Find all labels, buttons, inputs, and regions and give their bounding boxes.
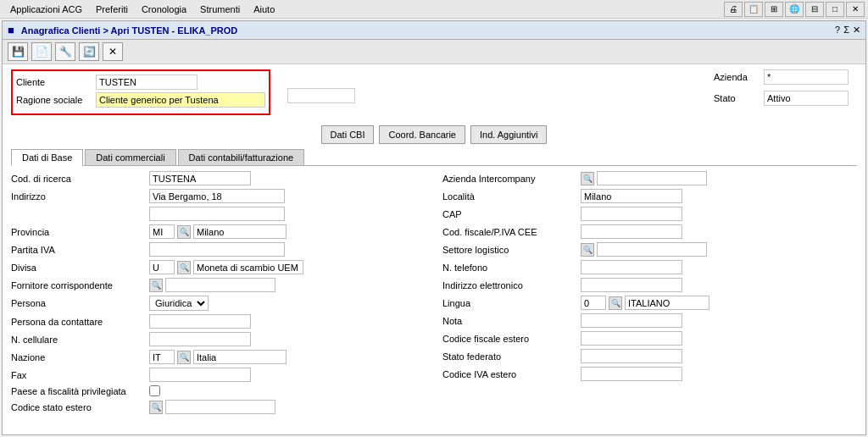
paese-fiscale-checkbox[interactable] (149, 385, 160, 396)
indirizzo-input[interactable] (149, 189, 285, 203)
codice-stato-label: Codice stato estero (11, 402, 147, 412)
content-area: Cliente Ragione sociale Azienda (3, 64, 865, 423)
menu-icon-3[interactable]: ⊞ (765, 2, 783, 17)
nazione-search-icon[interactable]: 🔍 (177, 351, 191, 364)
tabs-bar: Dati di Base Dati commerciali Dati conta… (11, 149, 857, 166)
telefono-label: N. telefono (442, 263, 578, 273)
divisa-row: Divisa 🔍 (11, 260, 426, 274)
divisa-name-input[interactable] (193, 260, 303, 274)
lingua-name-input[interactable] (625, 296, 709, 310)
stato-input[interactable] (764, 91, 849, 106)
fornitore-label: Fornitore corrispondente (11, 280, 147, 290)
menu-cronologia[interactable]: Cronologia (135, 3, 193, 16)
ragione-input[interactable] (96, 92, 265, 108)
close-window-icon[interactable]: ✕ (853, 25, 860, 36)
toolbar: 💾 📄 🔧 🔄 ✕ (3, 40, 865, 64)
cap-row: CAP (442, 207, 857, 221)
codice-stato-search-icon[interactable]: 🔍 (149, 401, 163, 414)
lingua-row: Lingua 🔍 (442, 296, 857, 310)
azienda-interco-search-icon[interactable]: 🔍 (581, 172, 594, 185)
telefono-input[interactable] (581, 260, 682, 274)
paese-fiscale-row: Paese a fiscalità privilegiata (11, 385, 426, 396)
cliente-input[interactable] (96, 75, 198, 90)
nazione-row: Nazione 🔍 (11, 350, 426, 364)
telefono-row: N. telefono (442, 260, 857, 274)
nota-label: Nota (442, 316, 578, 326)
cap-input[interactable] (581, 207, 682, 221)
copy-button[interactable]: 📄 (31, 42, 52, 61)
cellulare-input[interactable] (149, 332, 251, 346)
provincia-name-input[interactable] (193, 224, 287, 239)
indirizzo2-input[interactable] (149, 207, 285, 221)
codice-stato-input[interactable] (165, 400, 275, 414)
stato-federato-input[interactable] (581, 349, 682, 363)
menu-icon-5[interactable]: ⊟ (805, 2, 824, 17)
divisa-search-icon[interactable]: 🔍 (177, 261, 191, 274)
azienda-input[interactable] (764, 69, 849, 85)
help-icon[interactable]: ? (835, 25, 840, 36)
form-area: Cod. di ricerca Indirizzo Provincia 🔍 (11, 171, 857, 418)
lingua-code-input[interactable] (581, 296, 606, 310)
close-button[interactable]: ✕ (103, 42, 123, 61)
paese-fiscale-label: Paese a fiscalità privilegiata (11, 386, 147, 396)
divisa-code-input[interactable] (149, 260, 175, 274)
tools-button[interactable]: 🔧 (55, 42, 75, 61)
lingua-search-icon[interactable]: 🔍 (609, 296, 622, 310)
dati-cbi-button[interactable]: Dati CBI (321, 125, 375, 144)
menu-icon-4[interactable]: 🌐 (785, 2, 804, 17)
stato-federato-label: Stato federato (442, 351, 578, 362)
coord-bancarie-button[interactable]: Coord. Bancarie (379, 125, 465, 144)
settore-input[interactable] (597, 242, 707, 257)
codice-iva-estero-row: Codice IVA estero (442, 367, 857, 381)
fornitore-input[interactable] (165, 278, 275, 292)
cod-ricerca-label: Cod. di ricerca (11, 174, 147, 184)
cod-fiscale-estero-input[interactable] (581, 331, 682, 346)
fax-label: Fax (11, 370, 147, 380)
refresh-button[interactable]: 🔄 (79, 42, 99, 61)
cliente-row: Cliente (16, 75, 265, 90)
settore-search-icon[interactable]: 🔍 (581, 243, 594, 257)
persona-select[interactable]: Giuridica Fisica (149, 296, 209, 311)
nota-input[interactable] (581, 313, 682, 328)
menu-icon-7[interactable]: ✕ (846, 2, 865, 17)
menu-icon-1[interactable]: 🖨 (724, 2, 743, 17)
save-button[interactable]: 💾 (8, 42, 28, 61)
partita-iva-input[interactable] (149, 242, 285, 257)
azienda-interco-input[interactable] (597, 171, 707, 185)
tab-dati-contabili[interactable]: Dati contabili/fatturazione (178, 149, 305, 165)
extra-input[interactable] (287, 88, 355, 103)
nazione-code-input[interactable] (149, 350, 175, 364)
provincia-label: Provincia (11, 227, 147, 237)
ind-elettronico-input[interactable] (581, 278, 682, 292)
cod-fiscale-input[interactable] (581, 224, 682, 239)
localita-input[interactable] (581, 189, 682, 203)
persona-contattare-input[interactable] (149, 314, 251, 329)
fax-input[interactable] (149, 368, 251, 382)
ind-aggiuntivi-button[interactable]: Ind. Aggiuntivi (470, 125, 548, 144)
main-window: ■ Anagrafica Clienti > Apri TUSTEN - ELI… (2, 20, 866, 435)
pin-icon[interactable]: Σ (843, 25, 849, 36)
menu-strumenti[interactable]: Strumenti (193, 3, 247, 16)
provincia-code-input[interactable] (149, 224, 175, 239)
cliente-label: Cliente (16, 77, 92, 87)
nazione-name-input[interactable] (193, 350, 287, 364)
lingua-label: Lingua (442, 298, 578, 308)
menu-icon-6[interactable]: □ (826, 2, 844, 17)
menu-icon-2[interactable]: 📋 (744, 2, 763, 17)
provincia-row: Provincia 🔍 (11, 224, 426, 239)
nazione-label: Nazione (11, 352, 147, 362)
cod-ricerca-input[interactable] (149, 171, 251, 185)
codice-iva-estero-input[interactable] (581, 367, 682, 381)
cap-label: CAP (442, 209, 578, 219)
divisa-label: Divisa (11, 263, 147, 273)
menu-aiuto[interactable]: Aiuto (247, 3, 281, 16)
fornitore-search-icon[interactable]: 🔍 (149, 279, 163, 292)
cod-ricerca-row: Cod. di ricerca (11, 171, 426, 185)
tab-dati-base[interactable]: Dati di Base (11, 149, 83, 166)
menu-applicazioni[interactable]: Applicazioni ACG (3, 3, 89, 16)
cellulare-label: N. cellulare (11, 335, 147, 345)
cod-fiscale-row: Cod. fiscale/P.IVA CEE (442, 224, 857, 239)
provincia-search-icon[interactable]: 🔍 (177, 225, 191, 239)
menu-preferiti[interactable]: Preferiti (89, 3, 135, 16)
tab-dati-commerciali[interactable]: Dati commerciali (85, 149, 175, 165)
